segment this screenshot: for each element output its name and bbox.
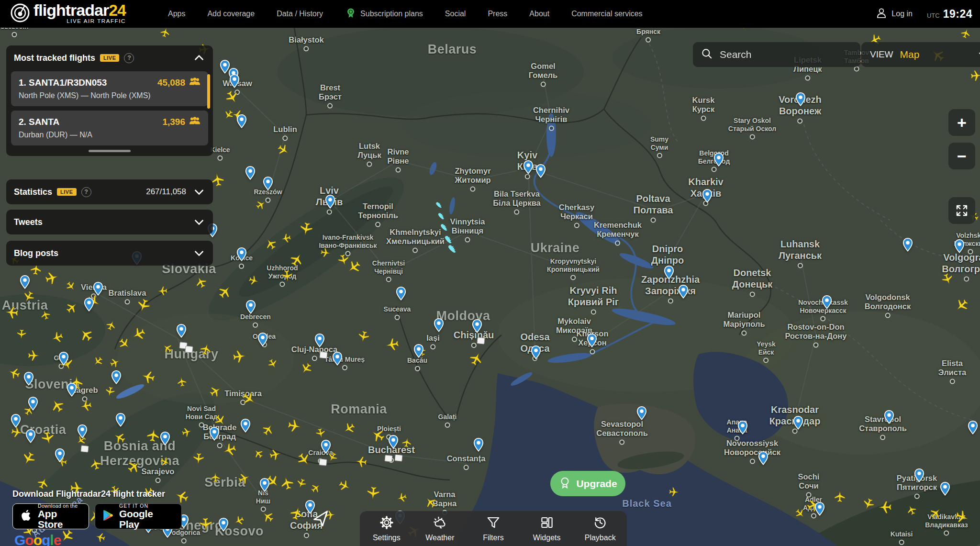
aircraft-marker[interactable]	[41, 431, 55, 447]
chevron-down-icon[interactable]	[193, 216, 205, 228]
location-pin[interactable]	[209, 427, 220, 443]
aircraft-marker[interactable]	[281, 269, 293, 284]
aircraft-marker[interactable]	[105, 386, 115, 399]
aircraft-marker[interactable]	[225, 90, 239, 106]
location-pin[interactable]	[968, 421, 978, 436]
location-pin[interactable]	[93, 282, 103, 298]
aircraft-marker[interactable]	[906, 505, 917, 517]
aircraft-marker[interactable]	[366, 486, 380, 502]
compass-arrow-icon[interactable]	[313, 508, 332, 528]
aircraft-marker[interactable]	[195, 276, 207, 290]
aircraft-marker[interactable]	[371, 428, 385, 445]
aircraft-marker[interactable]	[66, 281, 76, 293]
aircraft-marker[interactable]	[214, 414, 226, 428]
location-pin[interactable]	[702, 189, 713, 205]
flight-card-santa1[interactable]: 1. SANTA1/R3DN053 45,088 North Pole (XMS…	[11, 71, 208, 106]
aircraft-marker[interactable]	[355, 456, 368, 470]
location-pin[interactable]	[587, 334, 597, 349]
aircraft-marker[interactable]	[45, 271, 59, 287]
location-pin[interactable]	[67, 383, 77, 399]
location-pin[interactable]	[111, 370, 122, 386]
aircraft-marker[interactable]	[242, 391, 256, 408]
aircraft-marker[interactable]	[209, 385, 222, 400]
zoom-out-button[interactable]: −	[948, 143, 975, 169]
aircraft-marker[interactable]	[146, 428, 160, 445]
aircraft-marker[interactable]	[127, 459, 141, 476]
chevron-up-icon[interactable]	[193, 52, 205, 64]
location-pin[interactable]	[218, 518, 229, 534]
aircraft-marker[interactable]	[50, 399, 65, 415]
location-pin[interactable]	[321, 440, 331, 456]
aircraft-marker[interactable]	[160, 27, 170, 40]
location-pin[interactable]	[758, 451, 768, 467]
blog-posts-panel[interactable]: Blog posts	[6, 241, 213, 266]
aircraft-marker[interactable]	[22, 451, 36, 468]
aircraft-marker[interactable]	[66, 301, 78, 316]
nav-item-about[interactable]: About	[529, 10, 549, 18]
aircraft-marker[interactable]	[106, 320, 116, 333]
aircraft-marker[interactable]	[27, 349, 40, 364]
aircraft-marker[interactable]	[315, 428, 326, 440]
weather-station-icon[interactable]	[477, 337, 485, 345]
location-pin[interactable]	[11, 414, 21, 430]
aircraft-marker[interactable]	[290, 506, 304, 523]
view-selector[interactable]: VIEW Map	[861, 42, 980, 67]
aircraft-marker[interactable]	[265, 238, 277, 252]
aircraft-marker[interactable]	[300, 362, 312, 377]
location-pin[interactable]	[954, 239, 965, 255]
aircraft-marker[interactable]	[232, 349, 246, 366]
login-button[interactable]: Log in	[875, 7, 913, 21]
location-pin[interactable]	[257, 333, 268, 348]
location-pin[interactable]	[713, 153, 724, 168]
aircraft-marker[interactable]	[311, 483, 321, 495]
aircraft-marker[interactable]	[22, 290, 35, 305]
aircraft-marker[interactable]	[970, 69, 980, 84]
location-pin[interactable]	[229, 74, 240, 90]
location-pin[interactable]	[914, 468, 924, 484]
aircraft-marker[interactable]	[424, 496, 437, 511]
aircraft-marker[interactable]	[357, 330, 370, 345]
aircraft-marker[interactable]	[110, 357, 120, 370]
aircraft-marker[interactable]	[8, 367, 21, 381]
aircraft-marker[interactable]	[262, 423, 274, 438]
location-pin[interactable]	[314, 334, 325, 349]
aircraft-marker[interactable]	[192, 452, 205, 467]
aircraft-marker[interactable]	[297, 452, 311, 468]
aircraft-marker[interactable]	[93, 356, 103, 368]
aircraft-marker[interactable]	[795, 508, 805, 521]
aircraft-marker[interactable]	[218, 285, 232, 301]
aircraft-marker[interactable]	[401, 437, 412, 450]
aircraft-marker[interactable]	[79, 328, 93, 344]
weather-station-icon[interactable]	[384, 455, 392, 462]
aircraft-marker[interactable]	[16, 329, 27, 341]
aircraft-marker[interactable]	[955, 298, 969, 314]
aircraft-marker[interactable]	[878, 500, 892, 516]
weather-station-icon[interactable]	[319, 351, 327, 359]
aircraft-marker[interactable]	[277, 144, 290, 158]
nav-item-commercial-services[interactable]: Commercial services	[571, 10, 642, 18]
location-pin[interactable]	[472, 319, 482, 335]
filters-button[interactable]: Filters	[469, 515, 517, 542]
weather-station-icon[interactable]	[185, 345, 193, 353]
location-pin[interactable]	[884, 410, 894, 426]
tweets-panel[interactable]: Tweets	[6, 210, 213, 234]
help-icon[interactable]: ?	[124, 53, 134, 63]
aircraft-marker[interactable]	[162, 343, 173, 356]
nav-item-add-coverage[interactable]: Add coverage	[207, 10, 255, 18]
aircraft-marker[interactable]	[157, 286, 168, 298]
nav-item-data-history[interactable]: Data / History	[277, 10, 323, 18]
location-pin[interactable]	[523, 160, 534, 176]
aircraft-marker[interactable]	[960, 28, 971, 41]
aircraft-marker[interactable]	[287, 419, 301, 435]
aircraft-marker[interactable]	[469, 352, 483, 368]
app-store-badge[interactable]: Download on the App Store	[12, 503, 89, 529]
chevron-down-icon[interactable]	[193, 186, 205, 198]
aircraft-marker[interactable]	[267, 358, 278, 371]
location-pin[interactable]	[737, 421, 748, 436]
location-pin[interactable]	[160, 432, 170, 447]
location-pin[interactable]	[245, 166, 256, 182]
widgets-button[interactable]: Widgets	[523, 515, 571, 542]
weather-station-icon[interactable]	[319, 458, 327, 466]
flightradar24-logo[interactable]: flightradar24 LIVE AIR TRAFFIC	[11, 3, 126, 24]
location-pin[interactable]	[822, 295, 832, 311]
